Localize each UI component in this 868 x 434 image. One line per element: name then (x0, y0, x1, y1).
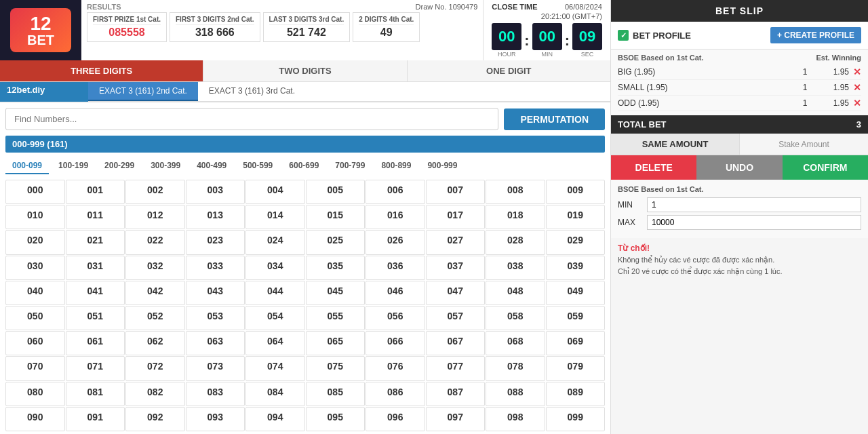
number-cell[interactable]: 080 (5, 382, 65, 406)
number-cell[interactable]: 081 (66, 382, 125, 406)
number-cell[interactable]: 048 (486, 281, 545, 305)
number-cell[interactable]: 093 (186, 407, 245, 431)
number-cell[interactable]: 010 (5, 205, 65, 229)
number-cell[interactable]: 047 (426, 281, 486, 305)
min-input[interactable] (647, 197, 861, 212)
number-cell[interactable]: 097 (426, 407, 486, 431)
number-cell[interactable]: 029 (546, 230, 606, 254)
number-cell[interactable]: 011 (66, 205, 125, 229)
number-cell[interactable]: 054 (245, 306, 305, 330)
number-cell[interactable]: 032 (125, 256, 185, 280)
number-cell[interactable]: 060 (5, 331, 65, 355)
number-cell[interactable]: 065 (306, 331, 366, 355)
number-cell[interactable]: 069 (546, 331, 606, 355)
number-cell[interactable]: 092 (125, 407, 185, 431)
number-cell[interactable]: 033 (186, 256, 245, 280)
number-cell[interactable]: 068 (486, 331, 545, 355)
confirm-button[interactable]: CONFIRM (783, 155, 868, 180)
number-cell[interactable]: 034 (245, 256, 305, 280)
number-cell[interactable]: 076 (366, 356, 425, 380)
number-cell[interactable]: 053 (186, 306, 245, 330)
number-cell[interactable]: 087 (426, 382, 486, 406)
number-cell[interactable]: 000 (5, 180, 65, 204)
number-cell[interactable]: 040 (5, 281, 65, 305)
number-cell[interactable]: 015 (306, 205, 366, 229)
number-cell[interactable]: 072 (125, 356, 185, 380)
number-cell[interactable]: 085 (306, 382, 366, 406)
number-cell[interactable]: 019 (546, 205, 606, 229)
number-cell[interactable]: 026 (366, 230, 425, 254)
sub-tab-1[interactable]: EXACT 3 (161) 2nd Cat. (88, 82, 198, 101)
number-cell[interactable]: 070 (5, 356, 65, 380)
number-cell[interactable]: 082 (125, 382, 185, 406)
number-cell[interactable]: 012 (125, 205, 185, 229)
delete-button[interactable]: DELETE (611, 155, 696, 180)
number-cell[interactable]: 086 (366, 382, 425, 406)
number-cell[interactable]: 023 (186, 230, 245, 254)
number-cell[interactable]: 099 (546, 407, 606, 431)
bet-row-remove-1[interactable]: ✕ (853, 82, 861, 93)
number-cell[interactable]: 079 (546, 356, 606, 380)
number-cell[interactable]: 044 (245, 281, 305, 305)
number-cell[interactable]: 045 (306, 281, 366, 305)
number-cell[interactable]: 038 (486, 256, 545, 280)
number-cell[interactable]: 071 (66, 356, 125, 380)
number-cell[interactable]: 035 (306, 256, 366, 280)
number-cell[interactable]: 008 (486, 180, 545, 204)
number-cell[interactable]: 013 (186, 205, 245, 229)
number-cell[interactable]: 020 (5, 230, 65, 254)
number-cell[interactable]: 078 (486, 356, 545, 380)
number-cell[interactable]: 025 (306, 230, 366, 254)
search-input[interactable] (5, 108, 498, 130)
number-cell[interactable]: 041 (66, 281, 125, 305)
number-cell[interactable]: 061 (66, 331, 125, 355)
number-cell[interactable]: 055 (306, 306, 366, 330)
create-profile-button[interactable]: + CREATE PROFILE (770, 27, 861, 43)
undo-button[interactable]: UNDO (696, 155, 782, 180)
permutation-button[interactable]: PERMUTATION (504, 108, 605, 130)
digit-range-tab-3[interactable]: 300-399 (144, 158, 187, 174)
number-cell[interactable]: 027 (426, 230, 486, 254)
number-cell[interactable]: 021 (66, 230, 125, 254)
number-cell[interactable]: 062 (125, 331, 185, 355)
number-cell[interactable]: 096 (366, 407, 425, 431)
number-cell[interactable]: 028 (486, 230, 545, 254)
number-cell[interactable]: 007 (426, 180, 486, 204)
digit-range-tab-2[interactable]: 200-299 (98, 158, 141, 174)
number-cell[interactable]: 084 (245, 382, 305, 406)
number-cell[interactable]: 051 (66, 306, 125, 330)
digit-range-tab-4[interactable]: 400-499 (190, 158, 233, 174)
number-cell[interactable]: 073 (186, 356, 245, 380)
number-cell[interactable]: 036 (366, 256, 425, 280)
number-cell[interactable]: 017 (426, 205, 486, 229)
number-cell[interactable]: 037 (426, 256, 486, 280)
number-cell[interactable]: 050 (5, 306, 65, 330)
number-cell[interactable]: 066 (366, 331, 425, 355)
digit-range-tab-7[interactable]: 700-799 (328, 158, 372, 174)
number-cell[interactable]: 064 (245, 331, 305, 355)
number-cell[interactable]: 046 (366, 281, 425, 305)
number-cell[interactable]: 095 (306, 407, 366, 431)
number-cell[interactable]: 074 (245, 356, 305, 380)
digit-range-tab-9[interactable]: 900-999 (420, 158, 464, 174)
number-cell[interactable]: 063 (186, 331, 245, 355)
tab-category-1[interactable]: TWO DIGITS (203, 60, 407, 81)
number-cell[interactable]: 001 (66, 180, 125, 204)
number-cell[interactable]: 031 (66, 256, 125, 280)
number-cell[interactable]: 058 (486, 306, 545, 330)
number-cell[interactable]: 009 (546, 180, 606, 204)
number-cell[interactable]: 089 (546, 382, 606, 406)
digit-range-tab-8[interactable]: 800-899 (374, 158, 418, 174)
number-cell[interactable]: 052 (125, 306, 185, 330)
number-cell[interactable]: 003 (186, 180, 245, 204)
number-cell[interactable]: 098 (486, 407, 545, 431)
number-cell[interactable]: 088 (486, 382, 545, 406)
number-cell[interactable]: 018 (486, 205, 545, 229)
number-cell[interactable]: 094 (245, 407, 305, 431)
number-cell[interactable]: 057 (426, 306, 486, 330)
bet-row-remove-0[interactable]: ✕ (853, 66, 861, 77)
number-cell[interactable]: 042 (125, 281, 185, 305)
max-input[interactable] (647, 215, 861, 230)
number-cell[interactable]: 043 (186, 281, 245, 305)
tab-category-0[interactable]: THREE DIGITS (0, 60, 203, 81)
